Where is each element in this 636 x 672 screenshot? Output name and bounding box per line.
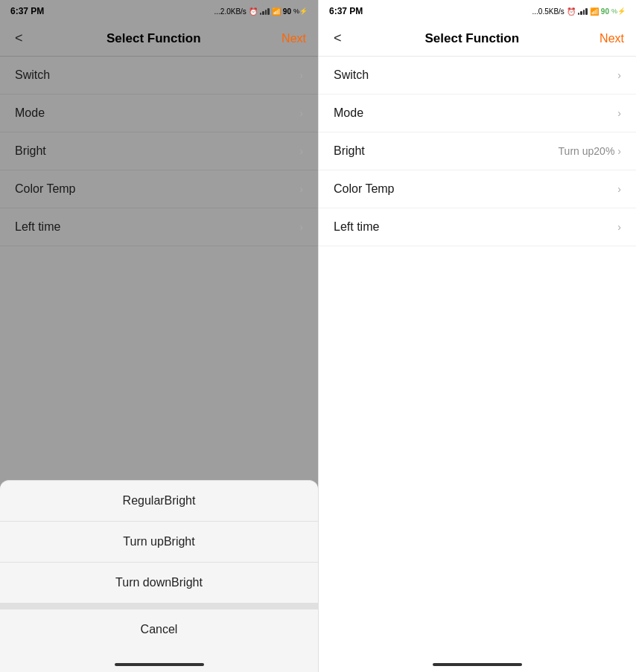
sheet-cancel-button[interactable]: Cancel — [0, 609, 318, 650]
chevron-right-icon: › — [299, 145, 303, 157]
left-list-item-lefttime[interactable]: Left time › — [0, 208, 318, 246]
right-switch-label: Switch — [334, 68, 369, 82]
chevron-right-icon: › — [617, 145, 621, 157]
left-status-bar: 6:37 PM ...2.0KB/s ⏰ 📶 90 %⚡ — [0, 0, 318, 21]
left-mode-label: Mode — [15, 106, 45, 120]
right-list-item-bright[interactable]: Bright Turn up20% › — [319, 132, 636, 170]
right-mode-label: Mode — [334, 106, 363, 120]
sheet-item-turndownbright[interactable]: Turn downBright — [0, 563, 318, 604]
chevron-right-icon: › — [617, 69, 621, 81]
left-colortemp-label: Color Temp — [15, 182, 76, 196]
left-alarm-icon: ⏰ — [249, 7, 258, 16]
right-list-item-colortemp[interactable]: Color Temp › — [319, 170, 636, 208]
left-list-item-bright[interactable]: Bright › — [0, 132, 318, 170]
chevron-right-icon: › — [299, 107, 303, 119]
right-next-button[interactable]: Next — [600, 32, 624, 45]
left-back-button[interactable]: < — [12, 28, 26, 49]
right-back-button[interactable]: < — [331, 28, 345, 49]
left-lefttime-label: Left time — [15, 220, 60, 234]
left-nav-bar: < Select Function Next — [0, 21, 318, 57]
left-time: 6:37 PM — [10, 6, 44, 16]
right-nav-bar: < Select Function Next — [319, 21, 636, 57]
right-time: 6:37 PM — [329, 6, 363, 16]
left-home-indicator — [115, 663, 204, 666]
right-list-item-switch[interactable]: Switch › — [319, 57, 636, 95]
left-list-item-switch[interactable]: Switch › — [0, 57, 318, 95]
sheet-divider — [0, 604, 318, 609]
left-lefttime-chevron: › — [299, 221, 303, 233]
chevron-right-icon: › — [299, 221, 303, 233]
chevron-right-icon: › — [299, 183, 303, 195]
right-wifi-icon: 📶 — [590, 7, 599, 16]
right-colortemp-label: Color Temp — [334, 182, 395, 196]
left-bright-label: Bright — [15, 144, 46, 158]
right-battery-icon: %⚡ — [611, 7, 626, 15]
right-network: ...0.5KB/s — [532, 7, 565, 16]
left-switch-label: Switch — [15, 68, 50, 82]
left-switch-chevron: › — [299, 69, 303, 81]
right-nav-title: Select Function — [425, 31, 520, 46]
right-status-bar: 6:37 PM ...0.5KB/s ⏰ 📶 90 %⚡ — [319, 0, 636, 21]
left-colortemp-chevron: › — [299, 183, 303, 195]
right-switch-chevron: › — [617, 69, 621, 81]
right-colortemp-chevron: › — [617, 183, 621, 195]
right-bright-label: Bright — [334, 144, 365, 158]
right-lefttime-chevron: › — [617, 221, 621, 233]
sheet-item-turnupbright[interactable]: Turn upBright — [0, 522, 318, 563]
left-list-item-mode[interactable]: Mode › — [0, 95, 318, 132]
chevron-right-icon: › — [299, 69, 303, 81]
left-phone: 6:37 PM ...2.0KB/s ⏰ 📶 90 %⚡ < Select Fu… — [0, 0, 318, 672]
right-list: Switch › Mode › Bright Turn up20% › Colo… — [319, 57, 636, 672]
right-bright-value: Turn up20% — [559, 145, 615, 157]
chevron-right-icon: › — [617, 183, 621, 195]
right-phone: 6:37 PM ...0.5KB/s ⏰ 📶 90 %⚡ < Select Fu… — [318, 0, 636, 672]
left-mode-chevron: › — [299, 107, 303, 119]
right-alarm-icon: ⏰ — [567, 7, 576, 16]
right-status-icons: ...0.5KB/s ⏰ 📶 90 %⚡ — [532, 7, 626, 16]
left-network: ...2.0KB/s — [214, 7, 247, 16]
left-bright-chevron: › — [299, 145, 303, 157]
chevron-right-icon: › — [617, 221, 621, 233]
left-bottom-sheet: RegularBright Turn upBright Turn downBri… — [0, 480, 318, 672]
right-list-item-lefttime[interactable]: Left time › — [319, 208, 636, 246]
right-home-indicator — [433, 663, 522, 666]
left-list-item-colortemp[interactable]: Color Temp › — [0, 170, 318, 208]
right-list-item-mode[interactable]: Mode › — [319, 95, 636, 132]
right-mode-chevron: › — [617, 107, 621, 119]
left-wifi-icon: 📶 — [272, 7, 281, 16]
left-status-icons: ...2.0KB/s ⏰ 📶 90 %⚡ — [214, 7, 308, 16]
chevron-right-icon: › — [617, 107, 621, 119]
right-signal-icon — [578, 7, 588, 15]
left-battery-icon: %⚡ — [293, 7, 308, 15]
right-battery-pct: 90 — [601, 7, 609, 16]
left-next-button[interactable]: Next — [282, 32, 306, 45]
right-bright-detail: Turn up20% › — [559, 145, 621, 157]
sheet-item-regularbright[interactable]: RegularBright — [0, 481, 318, 522]
right-lefttime-label: Left time — [334, 220, 379, 234]
left-signal-icon — [260, 7, 270, 15]
left-nav-title: Select Function — [106, 31, 201, 46]
left-battery-pct: 90 — [283, 7, 291, 16]
